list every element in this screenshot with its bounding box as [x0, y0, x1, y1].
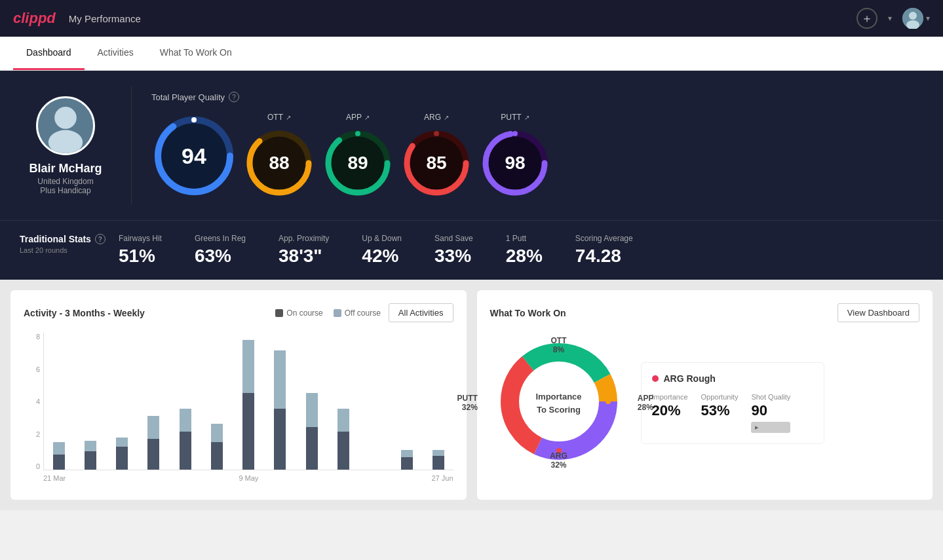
user-avatar-button[interactable]: ▾	[902, 8, 930, 29]
stats-label: Traditional Stats ?	[20, 234, 106, 244]
ring-app: 89	[322, 127, 394, 199]
ott-label: OTT ↗	[267, 113, 291, 122]
bar-group	[392, 450, 421, 470]
importance-value: 20%	[652, 402, 688, 419]
tab-dashboard[interactable]: Dashboard	[13, 37, 85, 70]
gauges: 94 OTT ↗ 88	[151, 113, 923, 199]
svg-point-9	[191, 117, 197, 122]
ring-putt: 98	[479, 127, 551, 199]
svg-point-14	[355, 131, 360, 136]
opportunity-value: 53%	[701, 402, 739, 419]
header-right: ＋ ▾ ▾	[856, 8, 930, 29]
info-card: ARG Rough Importance 20% Opportunity 53%…	[641, 362, 824, 444]
section-divider	[131, 86, 132, 204]
dropdown-arrow-user: ▾	[926, 14, 930, 23]
gauge-putt: PUTT ↗ 98	[479, 113, 551, 199]
tpq-help-icon[interactable]: ?	[229, 92, 239, 102]
ott-donut-label: OTT 8%	[551, 336, 567, 354]
arg-trend-icon: ↗	[444, 114, 449, 121]
logo: clippd	[13, 10, 56, 27]
tpq-section: Total Player Quality ? 94	[151, 92, 923, 199]
gauge-total: 94	[151, 113, 237, 198]
stat-greens: Greens In Reg 63%	[195, 234, 246, 267]
stat-oneputt-label: 1 Putt	[506, 234, 543, 243]
gauge-ott: OTT ↗ 88	[243, 113, 315, 199]
profile-section: Blair McHarg United Kingdom Plus Handica…	[20, 96, 111, 195]
legend-offcourse-dot	[334, 309, 341, 317]
tpq-value: 94	[182, 143, 206, 169]
shot-quality-label: Shot Quality	[751, 393, 790, 401]
putt-donut-label: PUTT 32%	[457, 394, 478, 412]
bar-group	[265, 350, 295, 470]
stat-scoring-value: 74.28	[575, 246, 633, 267]
app-label: APP ↗	[346, 113, 370, 122]
shot-quality-badge: ▸	[751, 422, 790, 433]
bar-group	[234, 340, 263, 470]
wtwo-body: ImportanceTo Scoring OTT 8% APP 28% ARG …	[490, 333, 920, 473]
tab-activities[interactable]: Activities	[85, 37, 147, 70]
app-trend-icon: ↗	[364, 114, 370, 121]
bar-group	[75, 441, 105, 470]
svg-point-1	[909, 12, 917, 20]
donut-section: ImportanceTo Scoring OTT 8% APP 28% ARG …	[490, 333, 628, 473]
ring-total: 94	[151, 113, 237, 198]
bar-group	[202, 424, 231, 470]
activity-card-header: Activity - 3 Months - Weekly On course O…	[24, 303, 453, 322]
ring-arg: 85	[400, 127, 472, 199]
stats-section: Traditional Stats ? Last 20 rounds Fairw…	[0, 220, 943, 280]
stat-sandsave-label: Sand Save	[434, 234, 473, 243]
importance-label: Importance	[652, 393, 688, 401]
stat-oneputt-value: 28%	[506, 246, 543, 267]
bar-group	[297, 393, 326, 470]
stat-sandsave: Sand Save 33%	[434, 234, 473, 267]
svg-point-5	[48, 130, 83, 154]
profile-handicap: Plus Handicap	[40, 186, 90, 195]
bar-group	[423, 450, 453, 470]
stats-help-icon[interactable]: ?	[95, 234, 106, 244]
stat-sandsave-value: 33%	[434, 246, 473, 267]
bar-group	[107, 438, 137, 470]
stats-label-section: Traditional Stats ? Last 20 rounds	[20, 234, 106, 254]
shot-quality-metric: Shot Quality 90 ▸	[751, 393, 790, 433]
bar-group	[139, 416, 168, 470]
shot-quality-value: 90	[751, 402, 790, 419]
arg-value: 85	[426, 153, 446, 174]
stat-fairways-value: 51%	[119, 246, 162, 267]
opportunity-label: Opportunity	[701, 393, 739, 401]
wtwo-card: What To Work On View Dashboard	[477, 290, 933, 500]
header-title: My Performance	[69, 13, 141, 24]
ott-value: 88	[269, 153, 289, 174]
donut-center-text: ImportanceTo Scoring	[535, 390, 581, 416]
wtwo-title: What To Work On	[490, 308, 566, 318]
avatar	[902, 8, 923, 29]
bar-group	[44, 442, 73, 470]
all-activities-button[interactable]: All Activities	[389, 303, 453, 322]
legend-oncourse: On course	[275, 308, 322, 318]
profile-country: United Kingdom	[37, 177, 93, 186]
stat-scoring: Scoring Average 74.28	[575, 234, 633, 267]
stat-oneputt: 1 Putt 28%	[506, 234, 543, 267]
ott-trend-icon: ↗	[286, 114, 291, 121]
stat-fairways: Fairways Hit 51%	[119, 234, 162, 267]
info-card-title: ARG Rough	[652, 373, 813, 384]
hero-section: Blair McHarg United Kingdom Plus Handica…	[0, 71, 943, 220]
activity-title: Activity - 3 Months - Weekly	[24, 308, 145, 318]
add-button[interactable]: ＋	[856, 8, 877, 29]
stat-updown-value: 42%	[362, 246, 402, 267]
x-axis: 21 Mar 9 May 27 Jun	[43, 474, 453, 482]
tab-what-to-work-on[interactable]: What To Work On	[147, 37, 245, 70]
stat-fairways-label: Fairways Hit	[119, 234, 162, 243]
stat-updown-label: Up & Down	[362, 234, 402, 243]
header-left: clippd My Performance	[13, 10, 141, 27]
info-metrics: Importance 20% Opportunity 53% Shot Qual…	[652, 393, 813, 433]
stat-greens-label: Greens In Reg	[195, 234, 246, 243]
bar-chart	[43, 333, 453, 470]
bar-group	[328, 409, 358, 470]
stat-greens-value: 63%	[195, 246, 246, 267]
view-dashboard-button[interactable]: View Dashboard	[837, 303, 919, 322]
profile-name: Blair McHarg	[29, 162, 102, 176]
putt-label: PUTT ↗	[501, 113, 529, 122]
opportunity-metric: Opportunity 53%	[701, 393, 739, 433]
stat-scoring-label: Scoring Average	[575, 234, 633, 243]
app-value: 89	[347, 153, 368, 174]
